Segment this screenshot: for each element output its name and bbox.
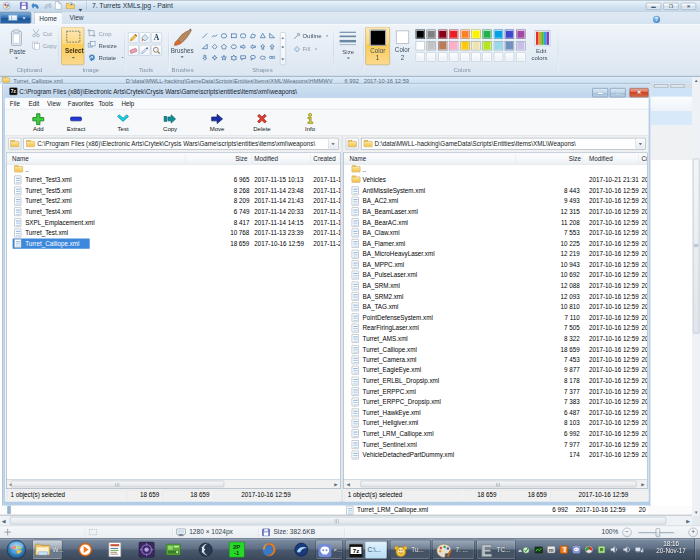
svg-text:A: A [154,33,160,42]
svg-text:-1: -1 [234,550,240,556]
svg-text:7z: 7z [353,548,359,554]
svg-text:m: m [549,547,554,553]
